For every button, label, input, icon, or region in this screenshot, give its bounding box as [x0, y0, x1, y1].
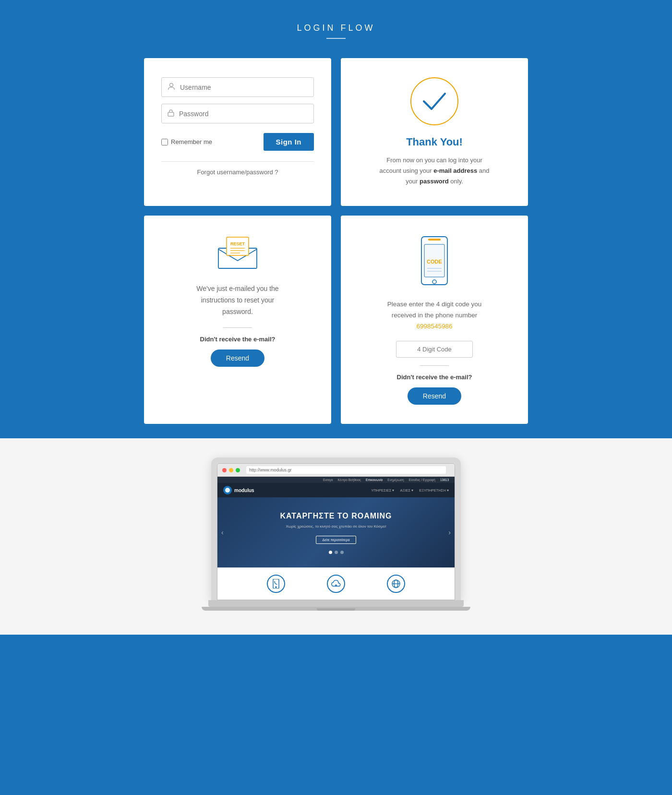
website-hero: ‹ ΚΑΤΑΡΓΗΣΤΕ ΤΟ ROAMING Χωρίς χρεώσεις, …	[217, 497, 455, 567]
user-icon	[168, 83, 175, 92]
logo-icon	[225, 487, 230, 493]
browser-bar: http://www.modulus.gr	[217, 464, 455, 477]
sign-in-button[interactable]: Sign In	[264, 133, 314, 151]
nav-link-2[interactable]: ΑΞΙΕΣ ▾	[400, 488, 413, 493]
logo-text: modulus	[234, 488, 254, 493]
laptop-notch	[317, 608, 355, 611]
checkmark-icon	[422, 92, 447, 111]
phone-svg: CODE	[418, 235, 451, 288]
hero-dot-3	[340, 551, 344, 554]
laptop-screen: http://www.modulus.gr Εισαγα Κέντρο Βοήθ…	[217, 463, 455, 600]
forgot-link[interactable]: Forgot username/password ?	[161, 169, 314, 176]
username-input-group[interactable]	[161, 77, 314, 97]
code-divider	[420, 365, 449, 366]
hero-arrow-left[interactable]: ‹	[221, 529, 224, 536]
thankyou-title: Thank You!	[406, 136, 463, 148]
remember-me-text: Remember me	[171, 138, 212, 145]
resend-button[interactable]: Resend	[211, 349, 264, 367]
didnt-receive-label: Didn't receive the e-mail?	[200, 336, 276, 343]
phone-desc-text: Please enter the 4 digit code you receiv…	[387, 301, 482, 319]
top-nav-item-6: 13813	[440, 478, 449, 482]
reset-text: We've just e-mailed you the instructions…	[185, 283, 290, 317]
hero-btn[interactable]: Δείτε περισσότερα	[316, 536, 356, 544]
footer-icon-globe	[387, 575, 405, 593]
envelope-icon: RESET	[216, 235, 259, 273]
envelope-svg: RESET	[216, 235, 259, 271]
thankyou-card: Thank You! From now on you can log into …	[341, 58, 528, 206]
svg-rect-1	[168, 112, 174, 116]
code-card: CODE Please enter the 4 digit code you r…	[341, 216, 528, 424]
lock-icon	[168, 109, 174, 118]
phone-number: 6998545986	[416, 323, 452, 330]
laptop-outer: http://www.modulus.gr Εισαγα Κέντρο Βοήθ…	[211, 458, 461, 600]
top-nav-item-3: Επικοινωνία	[366, 478, 383, 482]
login-card: Remember me Sign In Forgot username/pass…	[144, 58, 331, 206]
login-actions: Remember me Sign In	[161, 133, 314, 151]
laptop-base	[208, 600, 464, 607]
cards-grid: Remember me Sign In Forgot username/pass…	[134, 58, 538, 438]
reset-card: RESET We've just e-mailed you the instru…	[144, 216, 331, 424]
hero-arrow-right[interactable]: ›	[448, 529, 451, 536]
reset-divider	[223, 327, 252, 328]
password-field[interactable]	[179, 110, 308, 118]
code-field[interactable]	[404, 346, 465, 353]
website-nav: modulus ΥΠΗΡΕΣΙΕΣ ▾ ΑΞΙΕΣ ▾ ΕΞΥΠΗΡΕΤΗΣΗ …	[217, 483, 455, 497]
browser-dot-yellow	[229, 468, 233, 472]
top-nav-item-2: Κέντρο Βοήθειας	[337, 478, 361, 482]
remember-me-label[interactable]: Remember me	[161, 138, 212, 145]
thankyou-description: From now on you can log into your accoun…	[377, 155, 492, 187]
svg-text:CODE: CODE	[427, 259, 442, 265]
svg-text:RESET: RESET	[230, 241, 245, 246]
divider	[161, 161, 314, 162]
phone-support-icon	[267, 575, 285, 593]
check-circle	[410, 77, 458, 125]
laptop-bottom	[202, 607, 470, 611]
hero-subtitle: Χωρίς χρεώσεις, το κινητό σας χτυπάει σε…	[217, 524, 455, 529]
remember-me-checkbox[interactable]	[161, 139, 168, 145]
svg-rect-3	[227, 237, 249, 255]
svg-point-15	[225, 488, 230, 493]
hero-dot-1	[329, 551, 332, 554]
top-nav-item-1: Εισαγα	[323, 478, 333, 482]
code-resend-button[interactable]: Resend	[408, 387, 461, 405]
browser-dot-red	[222, 468, 227, 472]
cloud-icon	[327, 575, 345, 593]
nav-logo: modulus	[223, 486, 254, 494]
code-input-group[interactable]	[396, 341, 473, 358]
hero-dots	[217, 551, 455, 554]
footer-icon-phone	[267, 575, 285, 593]
top-nav-item-4: Ενημέρωση	[387, 478, 404, 482]
page-title: LOGIN FLOW	[0, 23, 672, 33]
password-input-group[interactable]	[161, 104, 314, 123]
nav-link-3[interactable]: ΕΞΥΠΗΡΕΤΗΣΗ ▾	[419, 488, 449, 493]
svg-rect-10	[428, 239, 441, 241]
top-nav-item-5: Είσοδος / Εγγραφή	[409, 478, 435, 482]
phone-description: Please enter the 4 digit code you receiv…	[377, 299, 492, 332]
code-didnt-receive: Didn't receive the e-mail?	[397, 373, 472, 381]
page-header: LOGIN FLOW	[0, 0, 672, 58]
svg-point-16	[276, 587, 276, 588]
username-field[interactable]	[180, 84, 308, 91]
header-divider	[326, 38, 346, 39]
browser-dot-green	[236, 468, 240, 472]
laptop-wrapper: http://www.modulus.gr Εισαγα Κέντρο Βοήθ…	[211, 458, 461, 611]
logo-circle	[223, 486, 232, 494]
phone-icon: CODE	[418, 235, 451, 299]
hero-title: ΚΑΤΑΡΓΗΣΤΕ ΤΟ ROAMING	[217, 512, 455, 520]
nav-links: ΥΠΗΡΕΣΙΕΣ ▾ ΑΞΙΕΣ ▾ ΕΞΥΠΗΡΕΤΗΣΗ ▾	[371, 488, 449, 493]
laptop-section: http://www.modulus.gr Εισαγα Κέντρο Βοήθ…	[0, 438, 672, 635]
svg-point-0	[170, 84, 173, 87]
website-footer-icons	[217, 567, 455, 600]
top-nav-row: Εισαγα Κέντρο Βοήθειας Επικοινωνία Ενημέ…	[217, 477, 455, 483]
footer-icon-cloud	[327, 575, 345, 593]
nav-link-1[interactable]: ΥΠΗΡΕΣΙΕΣ ▾	[371, 488, 394, 493]
globe-icon	[387, 575, 405, 593]
hero-dot-2	[335, 551, 338, 554]
browser-url[interactable]: http://www.modulus.gr	[246, 466, 446, 474]
